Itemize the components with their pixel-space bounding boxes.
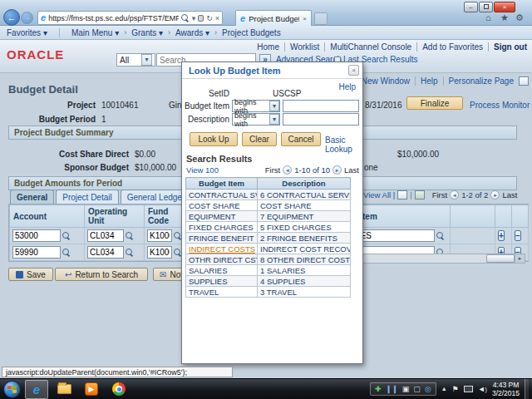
add-to-favorites-link[interactable]: Add to Favorites (416, 42, 483, 52)
search-scope-select[interactable]: All ▾ (116, 53, 155, 66)
lookup-icon[interactable] (126, 249, 134, 257)
finalize-button[interactable]: Finalize (406, 96, 463, 110)
address-bar[interactable]: e https://fms-tst.ps.sc.edu/psp/FTST/EMP… (37, 11, 223, 25)
help-link[interactable]: Help (415, 76, 438, 86)
result-link[interactable]: CONTRACTUAL SVC (186, 190, 258, 200)
budget-item-search-input[interactable] (283, 100, 359, 112)
result-link[interactable]: TRAVEL (186, 287, 258, 298)
breadcrumb-awards[interactable]: Awards ▾ (175, 28, 209, 37)
star-icon[interactable]: ★ (500, 13, 509, 22)
breadcrumb-grants[interactable]: Grants ▾ (131, 28, 163, 37)
chevron-down-icon[interactable]: ▾ (269, 101, 279, 111)
multichannel-link[interactable]: MultiChannel Console (324, 42, 411, 52)
search-icon[interactable] (181, 14, 190, 22)
tab-project-detail[interactable]: Project Detail (56, 190, 118, 204)
fund-code-input[interactable] (147, 246, 172, 259)
home-icon[interactable]: ⌂ (485, 13, 491, 22)
modal-help-link[interactable]: Help (338, 82, 356, 91)
tray-ring-icon[interactable]: ◎ (425, 385, 431, 393)
delete-row-button[interactable]: − (515, 230, 521, 241)
tab-general[interactable]: General (10, 190, 54, 204)
account-input[interactable] (12, 246, 61, 259)
taskbar-media-player-button[interactable]: ▶ (80, 380, 103, 399)
modal-close-button[interactable]: × (348, 65, 359, 76)
personalize-page-link[interactable]: Personalize Page (443, 76, 514, 86)
basic-lookup-link[interactable]: Basic Lookup (325, 135, 362, 154)
return-to-search-button[interactable]: ↩ Return to Search (55, 268, 148, 281)
description-search-input[interactable] (283, 113, 359, 126)
minimize-button[interactable]: – (464, 2, 478, 12)
popout-icon[interactable] (397, 190, 407, 200)
forward-button[interactable]: → (21, 12, 33, 24)
taskbar-explorer-button[interactable] (52, 380, 76, 399)
lookup-button[interactable]: Look Up (190, 132, 238, 146)
network-icon[interactable] (464, 386, 473, 392)
start-button[interactable] (3, 381, 21, 398)
add-row-button[interactable]: + (498, 230, 505, 241)
back-button[interactable]: ← (3, 9, 20, 26)
favorites-menu[interactable]: Favorites ▾ (7, 28, 47, 37)
process-monitor-link[interactable]: Process Monitor (470, 101, 530, 110)
worklist-link[interactable]: Worklist (284, 42, 319, 52)
lookup-icon[interactable] (62, 232, 71, 240)
show-desktop-button[interactable] (525, 379, 529, 399)
url-text[interactable]: https://fms-tst.ps.sc.edu/psp/FTST/EMPLO… (48, 14, 179, 22)
fund-code-input[interactable] (147, 229, 172, 242)
action-center-flag-icon[interactable]: ⚑ (452, 385, 459, 393)
result-link[interactable]: FRINGE BENEFIT (186, 233, 258, 244)
restore-button[interactable] (479, 2, 493, 12)
tray-expand-icon[interactable]: ▲ (441, 385, 447, 393)
operating-unit-input[interactable] (87, 229, 124, 242)
description-operator[interactable]: begins with ▾ (232, 113, 280, 126)
home-link[interactable]: Home (257, 42, 279, 52)
result-link[interactable]: EQUIPMENT (186, 211, 258, 222)
tray-window-icon[interactable]: ▢ (413, 385, 421, 393)
breadcrumb-current[interactable]: Project Budgets (222, 28, 281, 37)
result-link[interactable]: FIXED CHARGES (186, 222, 258, 233)
close-window-button[interactable]: × (494, 2, 515, 12)
pager-prev-icon[interactable]: ◂ (283, 165, 292, 175)
pager-next-icon[interactable]: ▸ (332, 165, 342, 175)
scroll-thumb[interactable] (486, 254, 515, 263)
pager-first[interactable]: First (432, 190, 447, 200)
pager-prev-icon[interactable]: ◂ (450, 190, 459, 200)
result-link[interactable]: OTHR DIRECT CST (186, 254, 258, 265)
grid-hscrollbar[interactable]: ◂ ▸ (352, 254, 525, 264)
taskbar-ie-button[interactable]: e (25, 380, 48, 399)
pager-next-icon[interactable]: ▸ (490, 190, 500, 200)
new-tab-button[interactable] (314, 12, 328, 25)
result-link[interactable]: SUPPLIES (186, 276, 258, 287)
close-tab-icon[interactable]: × (303, 15, 307, 22)
view-100-link[interactable]: View 100 (186, 165, 219, 175)
tray-pause-icon[interactable]: ❙❙ (386, 385, 398, 393)
pager-first[interactable]: First (265, 165, 280, 175)
chevron-down-icon[interactable]: ▾ (269, 114, 279, 125)
browser-tab[interactable]: e Project Budgets × (235, 10, 312, 26)
operating-unit-input[interactable] (87, 246, 124, 259)
stop-icon[interactable]: × (215, 14, 219, 22)
new-window-link[interactable]: New Window (362, 76, 410, 86)
lookup-icon[interactable] (436, 232, 445, 240)
pager-last[interactable]: Last (502, 190, 517, 200)
dropdown-icon[interactable]: ▾ (192, 14, 196, 22)
tray-eject-icon[interactable]: ✚ (375, 385, 382, 393)
sign-out-link[interactable]: Sign out (488, 42, 527, 52)
account-input[interactable] (12, 229, 61, 242)
main-menu[interactable]: Main Menu ▾ (71, 28, 119, 37)
speaker-icon[interactable]: ◄) (478, 385, 487, 394)
result-link-hovered[interactable]: INDIRECT COSTS (186, 244, 258, 254)
taskbar-clock[interactable]: 4:43 PM 3/2/2015 (492, 381, 520, 397)
result-link[interactable]: COST SHARE (186, 200, 258, 211)
clear-button[interactable]: Clear (242, 132, 277, 146)
pager-last[interactable]: Last (344, 165, 359, 175)
result-link[interactable]: SALARIES (186, 265, 258, 276)
scroll-right-icon[interactable]: ▸ (515, 254, 525, 263)
chevron-down-icon[interactable]: ▾ (141, 54, 152, 66)
download-grid-icon[interactable] (415, 190, 425, 200)
taskbar-chrome-button[interactable] (107, 380, 131, 399)
personalize-grid-icon[interactable] (519, 76, 529, 86)
cancel-button[interactable]: Cancel (281, 132, 321, 146)
lookup-icon[interactable] (62, 249, 71, 257)
tray-app-icon[interactable]: ▣ (402, 385, 410, 393)
refresh-icon[interactable]: ↻ (206, 14, 213, 22)
